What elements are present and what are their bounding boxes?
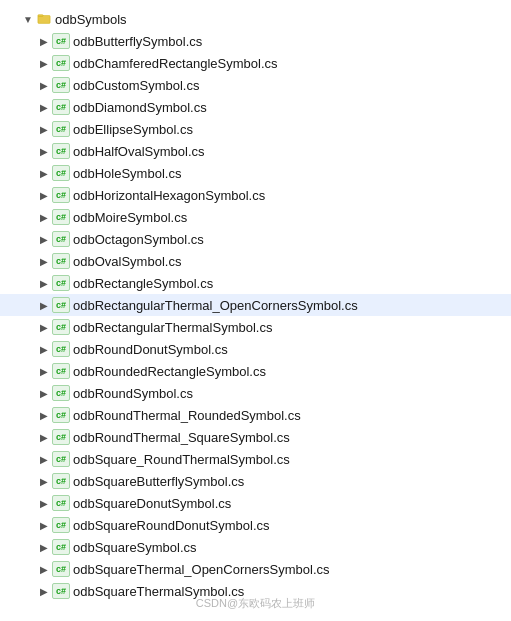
file-label: odbRoundThermal_RoundedSymbol.cs <box>73 408 301 423</box>
tree-file-item[interactable]: c#odbOvalSymbol.cs <box>0 250 511 272</box>
toggle-file[interactable] <box>36 143 52 159</box>
file-label: odbRoundDonutSymbol.cs <box>73 342 228 357</box>
cs-file-icon: c# <box>52 297 70 313</box>
cs-file-icon: c# <box>52 55 70 71</box>
toggle-file[interactable] <box>36 319 52 335</box>
toggle-file[interactable] <box>36 231 52 247</box>
tree-file-item[interactable]: c#odbButterflySymbol.cs <box>0 30 511 52</box>
cs-file-icon: c# <box>52 165 70 181</box>
file-label: odbRoundThermal_SquareSymbol.cs <box>73 430 290 445</box>
tree-file-item[interactable]: c#odbRoundDonutSymbol.cs <box>0 338 511 360</box>
tree-file-item[interactable]: c#odbSquareButterflySymbol.cs <box>0 470 511 492</box>
tree-file-item[interactable]: c#odbHorizontalHexagonSymbol.cs <box>0 184 511 206</box>
file-label: odbSquare_RoundThermalSymbol.cs <box>73 452 290 467</box>
toggle-odbSymbols[interactable] <box>20 11 36 27</box>
toggle-file[interactable] <box>36 539 52 555</box>
cs-file-icon: c# <box>52 341 70 357</box>
toggle-file[interactable] <box>36 561 52 577</box>
cs-file-icon: c# <box>52 429 70 445</box>
cs-file-icon: c# <box>52 561 70 577</box>
file-tree: odbSymbols c#odbButterflySymbol.csc#odbC… <box>0 0 511 610</box>
toggle-file[interactable] <box>36 77 52 93</box>
tree-file-item[interactable]: c#odbMoireSymbol.cs <box>0 206 511 228</box>
toggle-file[interactable] <box>36 209 52 225</box>
tree-file-item[interactable]: c#odbRoundedRectangleSymbol.cs <box>0 360 511 382</box>
tree-file-item[interactable]: c#odbDiamondSymbol.cs <box>0 96 511 118</box>
cs-file-icon: c# <box>52 99 70 115</box>
cs-file-icon: c# <box>52 275 70 291</box>
cs-file-icon: c# <box>52 407 70 423</box>
file-label: odbSquareButterflySymbol.cs <box>73 474 244 489</box>
file-label: odbSquareThermalSymbol.cs <box>73 584 244 599</box>
folder-icon <box>36 11 52 27</box>
file-label: odbChamferedRectangleSymbol.cs <box>73 56 278 71</box>
cs-file-icon: c# <box>52 451 70 467</box>
tree-file-item[interactable]: c#odbCustomSymbol.cs <box>0 74 511 96</box>
file-label: odbHalfOvalSymbol.cs <box>73 144 205 159</box>
cs-file-icon: c# <box>52 319 70 335</box>
file-label: odbSquareThermal_OpenCornersSymbol.cs <box>73 562 330 577</box>
tree-file-item[interactable]: c#odbSquare_RoundThermalSymbol.cs <box>0 448 511 470</box>
tree-file-item[interactable]: c#odbRectangularThermalSymbol.cs <box>0 316 511 338</box>
toggle-file[interactable] <box>36 165 52 181</box>
tree-file-item[interactable]: c#odbSquareSymbol.cs <box>0 536 511 558</box>
tree-file-item[interactable]: c#odbHalfOvalSymbol.cs <box>0 140 511 162</box>
toggle-file[interactable] <box>36 253 52 269</box>
toggle-file[interactable] <box>36 55 52 71</box>
toggle-file[interactable] <box>36 187 52 203</box>
file-label: odbSquareRoundDonutSymbol.cs <box>73 518 270 533</box>
tree-file-item[interactable]: c#odbRoundThermal_SquareSymbol.cs <box>0 426 511 448</box>
toggle-file[interactable] <box>36 429 52 445</box>
toggle-file[interactable] <box>36 385 52 401</box>
toggle-file[interactable] <box>36 297 52 313</box>
cs-file-icon: c# <box>52 77 70 93</box>
folder-label: odbSymbols <box>55 12 127 27</box>
tree-file-item[interactable]: c#odbRoundSymbol.cs <box>0 382 511 404</box>
toggle-file[interactable] <box>36 451 52 467</box>
file-label: odbOctagonSymbol.cs <box>73 232 204 247</box>
svg-rect-0 <box>38 16 50 24</box>
toggle-file[interactable] <box>36 275 52 291</box>
cs-file-icon: c# <box>52 517 70 533</box>
tree-file-item[interactable]: c#odbSquareThermalSymbol.cs <box>0 580 511 602</box>
file-label: odbHorizontalHexagonSymbol.cs <box>73 188 265 203</box>
toggle-file[interactable] <box>36 99 52 115</box>
tree-file-item[interactable]: c#odbOctagonSymbol.cs <box>0 228 511 250</box>
file-label: odbMoireSymbol.cs <box>73 210 187 225</box>
cs-file-icon: c# <box>52 143 70 159</box>
tree-file-item[interactable]: c#odbEllipseSymbol.cs <box>0 118 511 140</box>
file-label: odbHoleSymbol.cs <box>73 166 181 181</box>
toggle-file[interactable] <box>36 583 52 599</box>
file-label: odbSquareSymbol.cs <box>73 540 197 555</box>
toggle-file[interactable] <box>36 363 52 379</box>
tree-file-item[interactable]: c#odbRectangleSymbol.cs <box>0 272 511 294</box>
tree-file-item[interactable]: c#odbChamferedRectangleSymbol.cs <box>0 52 511 74</box>
tree-file-item[interactable]: c#odbSquareDonutSymbol.cs <box>0 492 511 514</box>
file-label: odbButterflySymbol.cs <box>73 34 202 49</box>
cs-file-icon: c# <box>52 253 70 269</box>
cs-file-icon: c# <box>52 385 70 401</box>
tree-file-item[interactable]: c#odbSquareRoundDonutSymbol.cs <box>0 514 511 536</box>
cs-file-icon: c# <box>52 363 70 379</box>
file-label: odbRectangleSymbol.cs <box>73 276 213 291</box>
tree-file-item[interactable]: c#odbRoundThermal_RoundedSymbol.cs <box>0 404 511 426</box>
file-label: odbSquareDonutSymbol.cs <box>73 496 231 511</box>
cs-file-icon: c# <box>52 33 70 49</box>
toggle-file[interactable] <box>36 407 52 423</box>
toggle-file[interactable] <box>36 517 52 533</box>
tree-file-item[interactable]: c#odbSquareThermal_OpenCornersSymbol.cs <box>0 558 511 580</box>
cs-file-icon: c# <box>52 121 70 137</box>
cs-file-icon: c# <box>52 209 70 225</box>
toggle-file[interactable] <box>36 121 52 137</box>
file-label: odbRoundSymbol.cs <box>73 386 193 401</box>
file-label: odbRectangularThermal_OpenCornersSymbol.… <box>73 298 358 313</box>
file-label: odbEllipseSymbol.cs <box>73 122 193 137</box>
toggle-file[interactable] <box>36 495 52 511</box>
cs-file-icon: c# <box>52 495 70 511</box>
tree-file-item[interactable]: c#odbRectangularThermal_OpenCornersSymbo… <box>0 294 511 316</box>
toggle-file[interactable] <box>36 473 52 489</box>
tree-file-item[interactable]: c#odbHoleSymbol.cs <box>0 162 511 184</box>
toggle-file[interactable] <box>36 341 52 357</box>
tree-folder-odbSymbols[interactable]: odbSymbols <box>0 8 511 30</box>
toggle-file[interactable] <box>36 33 52 49</box>
